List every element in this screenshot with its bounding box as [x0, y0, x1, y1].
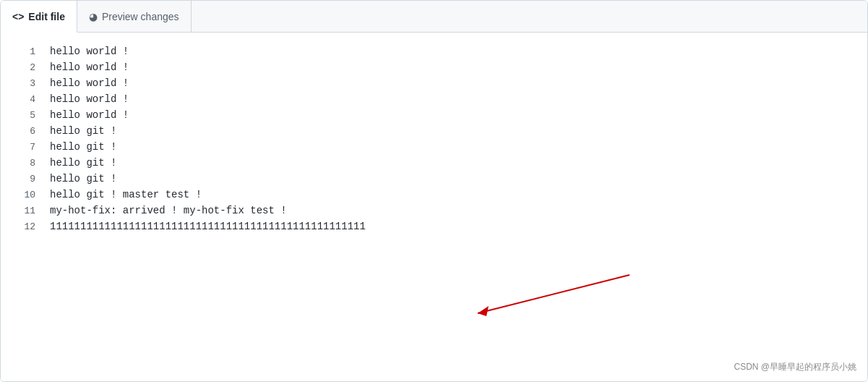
line-content: hello world ! [50, 76, 129, 91]
line-number: 3 [12, 77, 35, 91]
line-number: 6 [12, 124, 35, 139]
tab-edit-file[interactable]: <> Edit file [1, 1, 77, 33]
line-content: hello git ! [50, 171, 116, 187]
code-line: 5hello world ! [1, 108, 867, 124]
editor-container: <> Edit file ◕ Preview changes 1hello wo… [0, 0, 868, 382]
code-editor[interactable]: 1hello world !2hello world !3hello world… [1, 33, 867, 381]
tab-edit-label: Edit file [28, 11, 65, 22]
line-number: 1 [12, 45, 35, 59]
line-number: 4 [12, 93, 35, 107]
svg-line-0 [478, 275, 629, 313]
line-number: 11 [12, 204, 35, 218]
line-number: 5 [12, 109, 35, 123]
tab-preview-changes[interactable]: ◕ Preview changes [77, 1, 192, 32]
code-line: 1hello world ! [1, 44, 867, 60]
line-content: hello world ! [50, 44, 129, 59]
code-line: 11my-hot-fix: arrived ! my-hot-fix test … [1, 203, 867, 219]
line-number: 12 [12, 220, 35, 234]
line-content: hello git ! [50, 156, 116, 171]
edit-file-icon: <> [12, 11, 24, 22]
line-content: hello world ! [50, 92, 129, 107]
line-number: 10 [12, 188, 35, 203]
line-content: hello git ! [50, 124, 116, 139]
code-line: 9hello git ! [1, 171, 867, 187]
code-line: 10hello git ! master test ! [1, 187, 867, 203]
code-line: 3hello world ! [1, 76, 867, 92]
svg-marker-1 [478, 306, 489, 316]
line-content: 1111111111111111111111111111111111111111… [50, 219, 366, 234]
line-content: my-hot-fix: arrived ! my-hot-fix test ! [50, 203, 287, 218]
line-content: hello world ! [50, 60, 129, 75]
tab-bar: <> Edit file ◕ Preview changes [1, 1, 867, 33]
line-number: 8 [12, 156, 35, 171]
code-line: 2hello world ! [1, 60, 867, 76]
code-line: 7hello git ! [1, 140, 867, 156]
line-content: hello git ! master test ! [50, 187, 202, 203]
line-content: hello git ! [50, 140, 116, 155]
code-line: 4hello world ! [1, 92, 867, 108]
preview-icon: ◕ [89, 11, 98, 22]
code-line: 1211111111111111111111111111111111111111… [1, 219, 867, 235]
line-number: 2 [12, 61, 35, 75]
watermark: CSDN @早睡早起的程序员小姚 [734, 361, 856, 373]
line-number: 7 [12, 140, 35, 155]
code-line: 6hello git ! [1, 124, 867, 140]
line-content: hello world ! [50, 108, 129, 123]
tab-preview-label: Preview changes [102, 11, 179, 22]
line-number: 9 [12, 172, 35, 187]
code-line: 8hello git ! [1, 156, 867, 171]
